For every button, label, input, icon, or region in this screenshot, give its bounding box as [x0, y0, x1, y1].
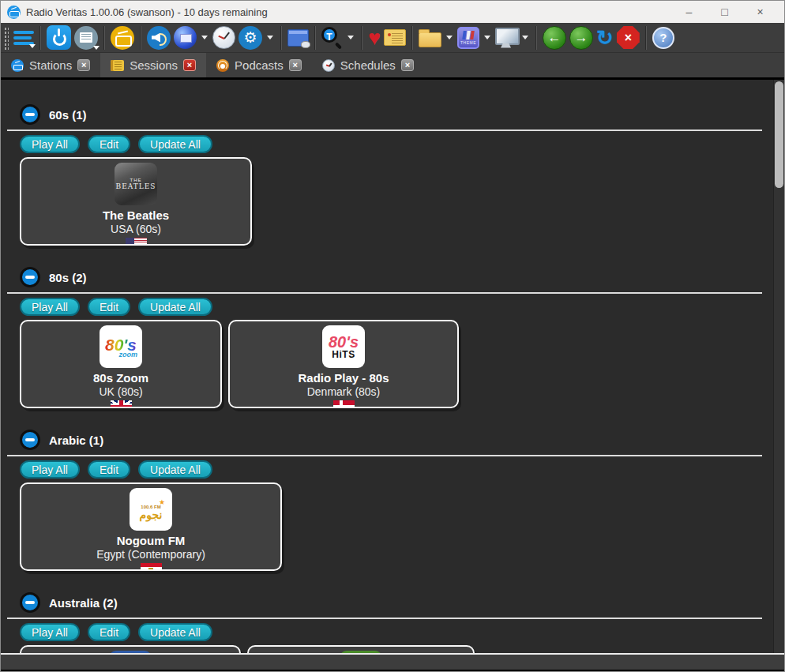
app-window: Radio Veritas 1.00.06 (swanson) - 10 day… [0, 0, 785, 672]
group-actions: Play AllEditUpdate All [20, 460, 762, 479]
collapse-group-button[interactable] [20, 592, 40, 613]
dropdown-arrow-icon[interactable] [446, 36, 453, 39]
dropdown-arrow-icon[interactable] [267, 36, 273, 39]
menu-button[interactable] [13, 28, 34, 48]
tab-podcasts[interactable]: Podcasts× [206, 53, 312, 77]
theme-button[interactable]: THEME [457, 27, 479, 49]
power-icon [47, 25, 71, 50]
collapse-group-button[interactable] [20, 430, 40, 450]
station-group: 60s (1)Play AllEditUpdate AllTHEBEATLEST… [20, 103, 762, 246]
toolbar-separator [39, 26, 41, 50]
toolbar-separator [314, 26, 316, 50]
news-button[interactable] [74, 26, 98, 50]
edit-button[interactable]: Edit [88, 623, 130, 641]
station-card[interactable] [247, 645, 475, 653]
monitor-icon [495, 28, 517, 48]
display-mode-button[interactable] [174, 26, 197, 49]
station-card[interactable]: ★100.6 FMنجومNogoum FMEgypt (Contemporar… [20, 482, 282, 571]
edit-button[interactable]: Edit [88, 135, 130, 153]
clock-icon [212, 26, 235, 49]
group-header: Australia (2) [20, 591, 762, 614]
update-all-button[interactable]: Update All [138, 298, 212, 316]
volume-button[interactable] [147, 26, 171, 50]
station-card[interactable] [20, 645, 241, 653]
play-all-button[interactable]: Play All [20, 298, 80, 316]
tab-stations[interactable]: Stations× [1, 53, 100, 77]
station-location: USA (60s) [111, 223, 161, 236]
play-all-button[interactable]: Play All [20, 623, 80, 641]
close-tab-button[interactable]: × [289, 59, 302, 71]
magnifier-icon: T [321, 27, 343, 48]
maximize-button[interactable]: □ [707, 1, 742, 23]
power-button[interactable] [47, 25, 71, 50]
close-tab-button[interactable]: × [401, 59, 414, 71]
station-group: Arabic (1)Play AllEditUpdate All★100.6 F… [20, 429, 762, 571]
windows-button[interactable] [287, 29, 309, 47]
newspaper-icon [74, 26, 98, 50]
tab-sessions[interactable]: Sessions× [100, 53, 206, 77]
close-tab-button[interactable]: × [183, 59, 196, 71]
radio-button[interactable] [111, 26, 134, 50]
folder-button[interactable] [419, 28, 441, 47]
station-card[interactable]: 80'szoom80s ZoomUK (80s) [20, 320, 222, 408]
play-all-button[interactable]: Play All [20, 135, 80, 153]
toolbar-grip [3, 26, 9, 50]
text-search-button[interactable]: T [321, 27, 343, 48]
collapse-group-button[interactable] [20, 104, 40, 125]
vertical-scrollbar[interactable] [773, 80, 784, 653]
station-logo-icon: THEBEATLES [115, 163, 157, 205]
toolbar-separator [103, 26, 105, 50]
group-header: 80s (2) [20, 266, 762, 288]
dropdown-arrow-icon[interactable] [347, 36, 354, 39]
dropdown-arrow-icon[interactable] [522, 36, 528, 39]
monitor-button[interactable] [495, 28, 517, 48]
station-location: Egypt (Contemporary) [96, 548, 205, 561]
forward-button[interactable]: → [569, 26, 593, 50]
forward-arrow-icon: → [569, 26, 593, 50]
collapse-group-button[interactable] [20, 267, 40, 287]
back-button[interactable]: ← [543, 26, 566, 50]
minimize-button[interactable]: – [671, 1, 707, 23]
dropdown-arrow-icon[interactable] [201, 36, 208, 39]
main-toolbar: ⚙ T ♥ THEME ← → ↻ × ? [1, 23, 784, 53]
update-all-button[interactable]: Update All [138, 623, 212, 641]
station-location: UK (80s) [99, 385, 142, 399]
tab-label: Stations [29, 58, 72, 72]
close-tab-button[interactable]: × [77, 59, 90, 71]
station-name: Radio Play - 80s [298, 371, 389, 385]
update-all-button[interactable]: Update All [138, 135, 212, 153]
station-card[interactable]: THEBEATLESThe BeatlesUSA (60s) [20, 157, 252, 246]
station-cards: THEBEATLESThe BeatlesUSA (60s) [20, 157, 762, 246]
update-all-button[interactable]: Update All [138, 460, 212, 479]
minus-icon [25, 113, 35, 116]
radio-icon [11, 59, 24, 72]
edit-button[interactable]: Edit [88, 460, 130, 479]
group-actions: Play AllEditUpdate All [20, 298, 762, 316]
station-group: 80s (2)Play AllEditUpdate All80'szoom80s… [20, 266, 762, 408]
favorites-button[interactable]: ♥ [368, 26, 381, 50]
help-button[interactable]: ? [652, 27, 674, 49]
podcast-icon [216, 59, 229, 72]
tab-label: Schedules [340, 58, 396, 72]
close-button[interactable]: × [742, 1, 778, 23]
clock-button[interactable] [212, 26, 235, 49]
tab-schedules[interactable]: Schedules× [312, 53, 424, 77]
settings-button[interactable]: ⚙ [239, 26, 262, 50]
station-card[interactable]: 80'sHiTSRadio Play - 80sDenmark (80s) [228, 320, 459, 408]
group-label: 60s (1) [49, 108, 87, 122]
minus-icon [25, 276, 35, 279]
stations-list-button[interactable] [384, 29, 406, 46]
hamburger-menu-icon [13, 28, 34, 48]
station-logo-icon [340, 651, 382, 653]
dropdown-arrow-icon[interactable] [484, 36, 490, 39]
stop-button[interactable]: × [617, 26, 640, 49]
play-all-button[interactable]: Play All [20, 460, 80, 479]
refresh-button[interactable]: ↻ [596, 26, 614, 50]
edit-button[interactable]: Edit [88, 298, 130, 316]
stop-icon: × [617, 26, 640, 49]
group-actions: Play AllEditUpdate All [20, 623, 762, 641]
contact-card-icon [384, 29, 406, 46]
scrollbar-thumb[interactable] [775, 81, 783, 188]
station-logo-icon: 80'sHiTS [322, 325, 365, 368]
group-label: Arabic (1) [49, 434, 103, 447]
